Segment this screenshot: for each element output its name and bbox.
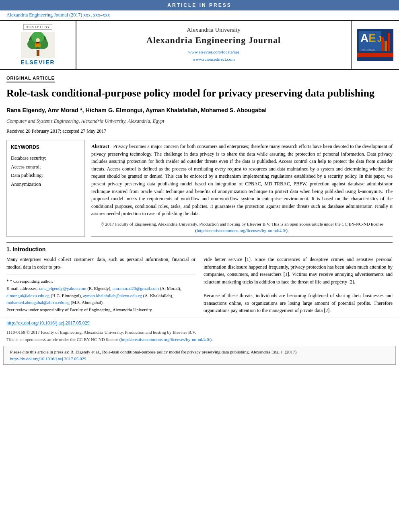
email-link-4[interactable]: ayman.khalafallah@alexu.edu.eg: [83, 293, 142, 298]
svg-rect-1: [37, 50, 39, 56]
svg-rect-8: [35, 43, 41, 47]
doi-bar: http://dx.doi.org/10.1016/j.aej.2017.05.…: [0, 318, 399, 328]
keyword-item: Access control;: [11, 163, 80, 172]
email-link-5[interactable]: mohamed.abougabal@alexu.edu.eg: [6, 300, 70, 305]
elsevier-tree-icon: [21, 32, 55, 58]
article-title: Role-task conditional-purpose policy mod…: [6, 86, 393, 100]
email-link-3[interactable]: elmongui@alexu.edu.eg: [6, 293, 49, 298]
footer-line1: 1110-0168 © 2017 Faculty of Engineering,…: [6, 329, 393, 336]
header-center: Alexandria University Alexandria Enginee…: [76, 21, 351, 69]
citation-doi-link[interactable]: http://dx.doi.org/10.1016/j.aej.2017.05.…: [10, 356, 86, 361]
elsevier-logo: ELSEVIER: [21, 32, 55, 66]
elsevier-text: ELSEVIER: [21, 59, 55, 66]
abstract-label: Abstract: [91, 144, 109, 149]
keyword-item: Database security;: [11, 154, 80, 163]
journal-urls: www.elsevier.com/locate/aej www.scienced…: [188, 49, 239, 63]
citation-box: Please cite this article in press as: R.…: [3, 346, 396, 365]
header-left: HOSTED BY ELSEVIER: [0, 21, 76, 69]
intro-right: vide better service [1]. Since the occur…: [204, 256, 393, 314]
journal-link-bar: Alexandria Engineering Journal (2017) xx…: [0, 10, 399, 20]
footer-line2: This is an open access article under the…: [6, 336, 393, 343]
svg-text:JOURNAL: JOURNAL: [361, 48, 376, 52]
copyright-text: © 2017 Faculty of Engineering, Alexandri…: [91, 221, 393, 234]
svg-rect-15: [357, 53, 393, 57]
intro-right-text: vide better service [1]. Since the occur…: [204, 256, 393, 286]
email-link-1[interactable]: rana_elgendy@yahoo.com: [39, 286, 86, 291]
received-line: Received 28 February 2017; accepted 27 M…: [6, 128, 393, 134]
two-col-section: KEYWORDS Database security; Access contr…: [6, 140, 393, 237]
intro-right-text-2: Because of these threats, individuals ar…: [204, 292, 393, 314]
footnote-corresponding: * * Corresponding author.: [6, 277, 195, 285]
introduction-heading: 1. Introduction: [6, 246, 393, 253]
section-divider: [6, 242, 393, 243]
svg-text:J: J: [377, 35, 382, 43]
svg-text:A: A: [360, 32, 368, 44]
keywords-list: Database security; Access control; Data …: [11, 154, 80, 189]
hosted-by-label: HOSTED BY: [23, 24, 52, 30]
abstract-section: Abstract Privacy becomes a major concern…: [91, 140, 393, 237]
intro-left: Many enterprises would collect customers…: [6, 256, 195, 314]
journal-name: Alexandria Engineering Journal: [146, 35, 281, 45]
journal-link[interactable]: Alexandria Engineering Journal (2017) xx…: [6, 12, 110, 18]
affiliation: Computer and Systems Engineering, Alexan…: [6, 118, 393, 124]
university-name: Alexandria University: [187, 27, 241, 33]
footer-cc-link[interactable]: http://creativecommons.org/licenses/by-n…: [121, 337, 210, 342]
svg-rect-17: [385, 41, 387, 51]
keywords-title: KEYWORDS: [11, 144, 80, 150]
doi-link[interactable]: http://dx.doi.org/10.1016/j.aej.2017.05.…: [6, 320, 90, 326]
intro-left-text: Many enterprises would collect customers…: [6, 256, 195, 271]
svg-point-6: [36, 38, 40, 42]
keyword-item: Data publishing;: [11, 171, 80, 180]
footnote-peer-review: Peer review under responsibility of Facu…: [6, 306, 195, 314]
footnote-area: * * Corresponding author. E-mail address…: [6, 275, 195, 314]
abstract-body: Privacy becomes a major concern for both…: [91, 144, 393, 216]
keyword-item: Anonymization: [11, 180, 80, 189]
header-right: A E J JOURNAL: [351, 21, 399, 69]
email-link-2[interactable]: amr.morad20@gmail.com: [113, 286, 159, 291]
main-content: ORIGINAL ARTICLE Role-task conditional-p…: [0, 70, 399, 314]
svg-rect-16: [381, 37, 384, 51]
original-article-label: ORIGINAL ARTICLE: [6, 76, 55, 82]
keywords-box: KEYWORDS Database security; Access contr…: [6, 140, 85, 237]
abstract-text: Abstract Privacy becomes a major concern…: [91, 143, 393, 218]
footnote-emails: E-mail addresses: rana_elgendy@yahoo.com…: [6, 285, 195, 306]
aej-journal-icon: A E J JOURNAL: [357, 29, 393, 61]
svg-rect-18: [388, 33, 390, 51]
svg-text:E: E: [368, 32, 376, 44]
article-in-press-banner: ARTICLE IN PRESS: [0, 0, 399, 10]
intro-columns: Many enterprises would collect customers…: [6, 256, 393, 314]
citation-text: Please cite this article in press as: R.…: [10, 349, 298, 354]
journal-header: HOSTED BY ELSEVIER Alexandria Un: [0, 20, 399, 70]
footer-info: 1110-0168 © 2017 Faculty of Engineering,…: [0, 328, 399, 344]
cc-license-link[interactable]: http://creativecommons.org/licenses/by-n…: [197, 228, 286, 233]
authors: Rana Elgendy, Amr Morad *, Hicham G. Elm…: [6, 106, 393, 115]
